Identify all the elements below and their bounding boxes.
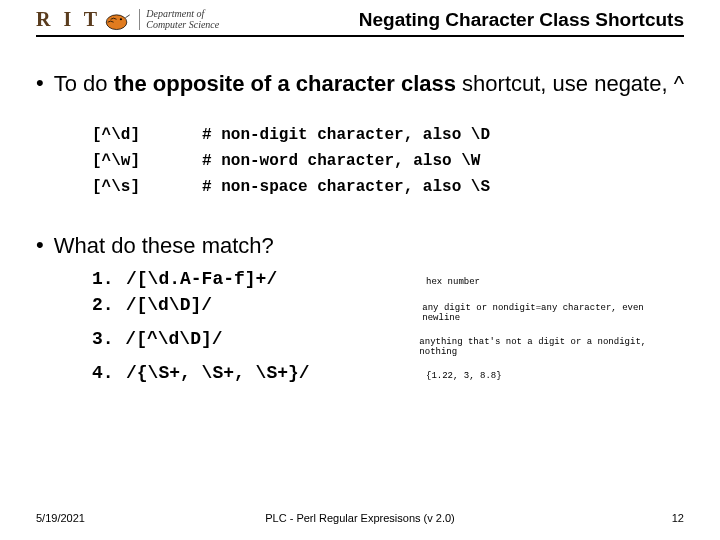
item-pattern: /[^\d\D]/ <box>125 329 419 349</box>
mono-pattern: [^\d] <box>92 126 202 144</box>
bullet-pre: To do <box>54 71 114 96</box>
footer: 5/19/2021 PLC - Perl Regular Expresisons… <box>36 512 684 524</box>
rit-logo: R I T <box>36 8 133 31</box>
item-answer: hex number <box>426 277 480 287</box>
list-item: 1. /[\d.A-Fa-f]+/ hex number <box>92 269 684 289</box>
bullet-opposite-text: To do the opposite of a character class … <box>54 70 684 98</box>
item-pattern: /[\d.A-Fa-f]+/ <box>126 269 426 289</box>
item-number: 3. <box>92 329 125 349</box>
mono-row: [^\s] # non-space character, also \S <box>92 178 684 196</box>
mono-row: [^\d] # non-digit character, also \D <box>92 126 684 144</box>
footer-date: 5/19/2021 <box>36 512 85 524</box>
dept-line2: Computer Science <box>146 20 219 31</box>
slide: R I T Department of Computer Science Neg… <box>0 0 720 540</box>
bullet-dot-icon: • <box>36 234 44 256</box>
bullet-opposite: • To do the opposite of a character clas… <box>36 70 684 98</box>
svg-point-1 <box>120 18 122 20</box>
item-pattern: /{\S+, \S+, \S+}/ <box>126 363 426 383</box>
item-answer: any digit or nondigit=any character, eve… <box>422 303 684 323</box>
item-number: 1. <box>92 269 126 289</box>
slide-body: • To do the opposite of a character clas… <box>36 62 684 389</box>
bullet-dot-icon: • <box>36 72 44 94</box>
item-pattern: /[\d\D]/ <box>126 295 423 315</box>
svg-point-0 <box>106 14 127 29</box>
dept-line1: Department of <box>146 9 219 20</box>
numbered-list: 1. /[\d.A-Fa-f]+/ hex number 2. /[\d\D]/… <box>92 269 684 383</box>
item-number: 4. <box>92 363 126 383</box>
bullet-what-match-text: What do these match? <box>54 232 274 260</box>
bullet-what-match: • What do these match? <box>36 232 684 260</box>
list-item: 2. /[\d\D]/ any digit or nondigit=any ch… <box>92 295 684 323</box>
list-item: 4. /{\S+, \S+, \S+}/ {1.22, 3, 8.8} <box>92 363 684 383</box>
department-label: Department of Computer Science <box>139 9 219 30</box>
mono-comment: # non-digit character, also \D <box>202 126 490 144</box>
rit-letters: R I T <box>36 8 101 31</box>
item-answer: anything that's not a digit or a nondigi… <box>419 337 684 357</box>
item-number: 2. <box>92 295 126 315</box>
tiger-icon <box>103 9 133 31</box>
header-bar: R I T Department of Computer Science Neg… <box>36 8 684 37</box>
logo-block: R I T Department of Computer Science <box>36 8 219 31</box>
mono-pattern: [^\w] <box>92 152 202 170</box>
mono-row: [^\w] # non-word character, also \W <box>92 152 684 170</box>
slide-title: Negating Character Class Shortcuts <box>359 9 684 31</box>
bullet-post: shortcut, use negate, ^ <box>456 71 684 96</box>
footer-center: PLC - Perl Regular Expresisons (v 2.0) <box>36 512 684 524</box>
bullet-bold: the opposite of a character class <box>114 71 456 96</box>
footer-page: 12 <box>672 512 684 524</box>
item-answer: {1.22, 3, 8.8} <box>426 371 502 381</box>
mono-block: [^\d] # non-digit character, also \D [^\… <box>92 126 684 196</box>
mono-pattern: [^\s] <box>92 178 202 196</box>
mono-comment: # non-space character, also \S <box>202 178 490 196</box>
list-item: 3. /[^\d\D]/ anything that's not a digit… <box>92 329 684 357</box>
mono-comment: # non-word character, also \W <box>202 152 480 170</box>
